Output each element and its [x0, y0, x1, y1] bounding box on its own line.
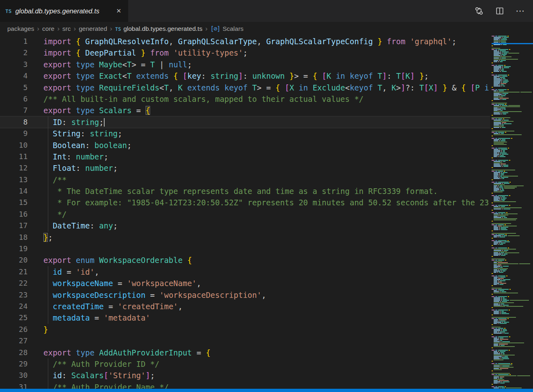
code-line-29[interactable]: /** Auth Provider ID */ [43, 358, 489, 370]
line-number-15[interactable]: 15 [0, 197, 39, 208]
breadcrumb-separator: › [37, 25, 39, 33]
tab-bar: TS global.db.types.generated.ts ✕ [0, 0, 533, 22]
breadcrumb-item-symbol-scalars[interactable]: [⊘]Scalars [211, 25, 244, 32]
indent-guide [48, 358, 48, 389]
breadcrumb: packages›core›src›generated›TSglobal.db.… [0, 22, 533, 36]
code-line-14[interactable]: * The DateTime scalar type represents da… [43, 185, 489, 197]
code-line-7[interactable]: export type Scalars = { [43, 105, 489, 116]
line-number-1[interactable]: 1 [0, 36, 39, 47]
code-line-22[interactable]: workspaceName = 'workspaceName', [43, 278, 489, 289]
line-number-23[interactable]: 23 [0, 289, 39, 301]
code-line-12[interactable]: Float: number; [43, 162, 489, 174]
line-number-28[interactable]: 28 [0, 347, 39, 358]
code-line-3[interactable]: export type Maybe<T> = T | null; [43, 59, 489, 70]
line-number-25[interactable]: 25 [0, 312, 39, 323]
line-number-31[interactable]: 31 [0, 381, 39, 389]
line-number-27[interactable]: 27 [0, 335, 39, 347]
breadcrumb-separator: › [57, 25, 60, 33]
line-number-24[interactable]: 24 [0, 301, 39, 312]
tab-title: global.db.types.generated.ts [15, 7, 99, 15]
line-number-17[interactable]: 17 [0, 220, 39, 231]
line-number-21[interactable]: 21 [0, 266, 39, 278]
code-area[interactable]: import { GraphQLResolveInfo, GraphQLScal… [39, 36, 489, 389]
breadcrumb-separator: › [110, 25, 112, 33]
code-line-8[interactable]: ID: string; [43, 116, 489, 128]
code-line-5[interactable]: export type RequireFields<T, K extends k… [43, 82, 489, 93]
line-number-11[interactable]: 11 [0, 151, 39, 162]
split-editor-icon[interactable] [495, 6, 505, 16]
status-bar [0, 389, 533, 392]
minimap-current-line [492, 43, 533, 44]
tab-global-db-types-generated[interactable]: TS global.db.types.generated.ts ✕ [0, 0, 128, 22]
breadcrumb-item-generated[interactable]: generated [79, 25, 107, 32]
line-number-19[interactable]: 19 [0, 243, 39, 254]
code-line-21[interactable]: id = 'id', [43, 266, 489, 278]
code-line-4[interactable]: export type Exact<T extends { [key: stri… [43, 70, 489, 82]
line-number-2[interactable]: 2 [0, 47, 39, 58]
code-line-9[interactable]: String: string; [43, 128, 489, 139]
line-number-29[interactable]: 29 [0, 358, 39, 370]
line-number-14[interactable]: 14 [0, 185, 39, 197]
close-tab-icon[interactable]: ✕ [115, 6, 123, 15]
line-number-12[interactable]: 12 [0, 162, 39, 174]
typescript-file-icon: TS [5, 8, 12, 14]
code-line-1[interactable]: import { GraphQLResolveInfo, GraphQLScal… [43, 36, 489, 47]
editor-pane[interactable]: 1234567891011121314151617181920212223242… [0, 36, 533, 389]
line-number-16[interactable]: 16 [0, 209, 39, 220]
text-cursor [104, 118, 105, 127]
code-line-25[interactable]: metadata = 'metadata' [43, 312, 489, 323]
open-changes-icon[interactable] [474, 6, 484, 16]
code-line-13[interactable]: /** [43, 174, 489, 185]
line-number-10[interactable]: 10 [0, 140, 39, 151]
code-line-18[interactable]: }; [43, 232, 489, 243]
breadcrumb-item-core[interactable]: core [42, 25, 54, 32]
line-number-6[interactable]: 6 [0, 93, 39, 105]
code-line-19[interactable] [43, 243, 489, 254]
line-number-5[interactable]: 5 [0, 82, 39, 93]
code-line-10[interactable]: Boolean: boolean; [43, 140, 489, 151]
vscode-window: TS global.db.types.generated.ts ✕ [0, 0, 533, 392]
code-line-28[interactable]: export type AddAuthProviderInput = { [43, 347, 489, 358]
typescript-file-icon: TS [115, 26, 121, 32]
code-line-16[interactable]: */ [43, 209, 489, 220]
symbol-type-icon: [⊘] [211, 25, 220, 32]
breadcrumb-separator: › [205, 25, 208, 33]
editor-actions: ⋯ [474, 0, 533, 22]
code-line-17[interactable]: DateTime: any; [43, 220, 489, 231]
minimap[interactable] [492, 36, 533, 389]
code-line-26[interactable]: } [43, 324, 489, 335]
line-number-30[interactable]: 30 [0, 370, 39, 381]
line-number-7[interactable]: 7 [0, 105, 39, 116]
breadcrumb-item-src[interactable]: src [62, 25, 71, 32]
code-line-2[interactable]: import { DeepPartial } from 'utility-typ… [43, 47, 489, 58]
breadcrumb-separator: › [74, 25, 76, 33]
code-line-15[interactable]: * For example: "1985-04-12T23:20:50.52Z"… [43, 197, 489, 208]
code-line-24[interactable]: createdTime = 'createdTime', [43, 301, 489, 312]
breadcrumb-item-file[interactable]: TSglobal.db.types.generated.ts [115, 25, 202, 32]
line-number-18[interactable]: 18 [0, 232, 39, 243]
line-number-20[interactable]: 20 [0, 254, 39, 266]
editor-gutter: 1234567891011121314151617181920212223242… [0, 36, 39, 389]
code-line-11[interactable]: Int: number; [43, 151, 489, 162]
code-line-31[interactable]: /** Auth Provider Name */ [43, 381, 489, 389]
code-line-23[interactable]: workspaceDescription = 'workspaceDescrip… [43, 289, 489, 301]
indent-guide [48, 266, 48, 324]
line-number-9[interactable]: 9 [0, 128, 39, 139]
code-line-30[interactable]: id: Scalars['String']; [43, 370, 489, 381]
code-line-6[interactable]: /** All built-in and custom scalars, map… [43, 93, 489, 105]
line-number-26[interactable]: 26 [0, 324, 39, 335]
more-actions-icon[interactable]: ⋯ [516, 6, 525, 15]
line-number-22[interactable]: 22 [0, 278, 39, 289]
line-number-4[interactable]: 4 [0, 70, 39, 82]
code-line-20[interactable]: export enum WorkspaceOrderable { [43, 254, 489, 266]
line-number-3[interactable]: 3 [0, 59, 39, 70]
breadcrumb-item-packages[interactable]: packages [7, 25, 34, 32]
code-line-27[interactable] [43, 335, 489, 347]
indent-guide [48, 116, 48, 232]
line-number-13[interactable]: 13 [0, 174, 39, 185]
line-number-8[interactable]: 8 [0, 116, 39, 128]
